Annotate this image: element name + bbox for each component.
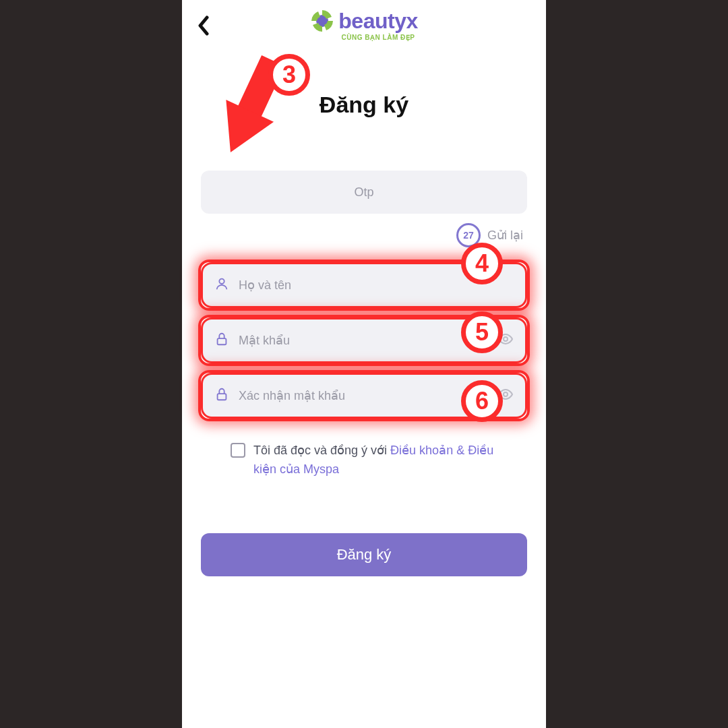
resend-row: 27 Gửi lại (201, 220, 527, 250)
svg-point-1 (219, 279, 224, 284)
confirm-password-input[interactable] (239, 389, 497, 403)
phone-frame: beautyx CÙNG BẠN LÀM ĐẸP Đăng ký 27 Gửi … (182, 0, 546, 728)
otp-input[interactable] (214, 185, 514, 200)
fullname-input[interactable] (239, 278, 514, 293)
back-button[interactable] (197, 15, 210, 41)
svg-point-3 (504, 337, 508, 341)
eye-icon[interactable] (497, 331, 514, 350)
logo-word: beautyx (338, 10, 417, 32)
password-field[interactable] (201, 319, 527, 362)
brand-logo: beautyx CÙNG BẠN LÀM ĐẸP (310, 9, 417, 41)
countdown-badge: 27 (456, 223, 481, 247)
signup-form: 27 Gửi lại (193, 171, 535, 479)
chevron-left-icon (197, 16, 210, 36)
password-input[interactable] (239, 334, 497, 348)
eye-icon[interactable] (497, 386, 514, 405)
confirm-password-field[interactable] (201, 374, 527, 417)
lock-icon (214, 387, 229, 404)
terms-checkbox[interactable] (231, 443, 245, 458)
svg-rect-2 (218, 338, 226, 344)
terms-row: Tôi đã đọc và đồng ý với Điều khoản & Đi… (201, 429, 527, 479)
fullname-field[interactable] (201, 264, 527, 307)
user-icon (214, 276, 229, 294)
page-title: Đăng ký (193, 92, 535, 118)
resend-link[interactable]: Gửi lại (487, 228, 523, 243)
terms-text: Tôi đã đọc và đồng ý với Điều khoản & Đi… (253, 442, 514, 479)
logo-tagline: CÙNG BẠN LÀM ĐẸP (342, 34, 415, 41)
signup-button[interactable]: Đăng ký (201, 533, 527, 576)
svg-point-5 (504, 392, 508, 396)
top-bar: beautyx CÙNG BẠN LÀM ĐẸP (193, 0, 535, 50)
svg-rect-4 (218, 394, 226, 400)
logo-mark-icon (310, 9, 334, 33)
lock-icon (214, 332, 229, 349)
otp-field[interactable] (201, 171, 527, 214)
